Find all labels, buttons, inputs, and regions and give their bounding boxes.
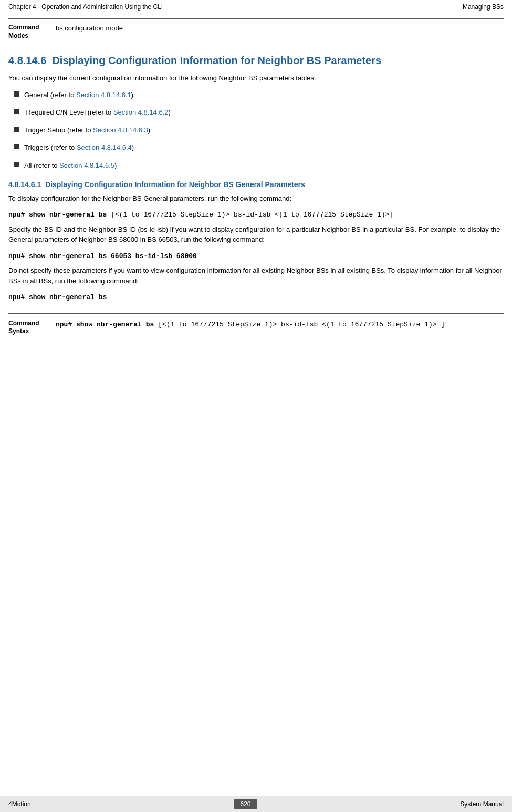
page-footer: 4Motion 620 System Manual — [0, 796, 512, 812]
command-1-rest: [<(1 to 16777215 StepSize 1)> bs-id-lsb … — [107, 211, 393, 219]
bullet-list: General (refer to Section 4.8.14.6.1) Re… — [14, 90, 504, 171]
list-item: Triggers (refer to Section 4.8.14.6.4) — [14, 142, 504, 153]
subsection-1-number: 4.8.14.6.1 — [8, 180, 41, 189]
main-section-title: 4.8.14.6 Displaying Configuration Inform… — [8, 55, 504, 67]
bullet-icon — [14, 91, 19, 97]
footer-right: System Manual — [460, 800, 504, 808]
page-header: Chapter 4 - Operation and Administration… — [0, 0, 512, 13]
command-modes-value: bs configuration mode — [56, 24, 123, 40]
subsection-1-title: 4.8.14.6.1 Displaying Configuration Info… — [8, 180, 504, 190]
command-syntax-block: CommandSyntax npu# show nbr-general bs [… — [8, 313, 504, 341]
list-item-text: All (refer to Section 4.8.14.6.5) — [24, 160, 117, 171]
command-3: npu# show nbr-general bs — [8, 292, 504, 303]
body-text-2: Specify the BS ID and the Neighbor BS ID… — [8, 224, 504, 245]
list-item: General (refer to Section 4.8.14.6.1) — [14, 90, 504, 100]
list-item-text: General (refer to Section 4.8.14.6.1) — [24, 90, 133, 100]
command-2: npu# show nbr-general bs 66053 bs-id-lsb… — [8, 251, 504, 262]
command-syntax-rest: [<(1 to 16777215 StepSize 1)> bs-id-lsb … — [154, 321, 445, 328]
link-4-8-14-6-3[interactable]: Section 4.8.14.6.3 — [93, 126, 148, 134]
command-modes-block: CommandModes bs configuration mode — [8, 18, 504, 44]
bullet-icon — [14, 109, 19, 114]
bullet-icon — [14, 127, 19, 132]
bullet-icon — [14, 144, 19, 149]
command-1-bold: npu# show nbr-general bs — [8, 211, 107, 219]
command-2-text: npu# show nbr-general bs 66053 bs-id-lsb… — [8, 252, 197, 260]
subsection-1-intro: To display configuration for the Neighbo… — [8, 193, 504, 204]
link-4-8-14-6-1[interactable]: Section 4.8.14.6.1 — [76, 91, 131, 99]
command-syntax-label: CommandSyntax — [8, 320, 56, 336]
footer-page-number: 620 — [234, 799, 257, 809]
list-item: All (refer to Section 4.8.14.6.5) — [14, 160, 504, 171]
list-item: Trigger Setup (refer to Section 4.8.14.6… — [14, 125, 504, 136]
list-item-text: Trigger Setup (refer to Section 4.8.14.6… — [24, 125, 150, 136]
command-modes-label: CommandModes — [8, 24, 56, 40]
main-section-title-text: Displaying Configuration Information for… — [52, 55, 381, 66]
subsection-1-title-text: Displaying Configuration Information for… — [45, 180, 305, 189]
list-item: Required C/N Level (refer to Section 4.8… — [14, 107, 504, 118]
bullet-icon — [14, 162, 19, 167]
intro-text: You can display the current configuratio… — [8, 73, 504, 84]
header-right: Managing BSs — [463, 3, 504, 11]
body-text-3: Do not specify these parameters if you w… — [8, 265, 504, 286]
command-3-text: npu# show nbr-general bs — [8, 293, 107, 301]
main-section-number: 4.8.14.6 — [8, 55, 46, 66]
command-syntax-bold: npu# show nbr-general bs — [56, 321, 154, 328]
command-syntax-value: npu# show nbr-general bs [<(1 to 1677721… — [56, 320, 445, 336]
link-4-8-14-6-4[interactable]: Section 4.8.14.6.4 — [77, 143, 132, 151]
list-item-text: Triggers (refer to Section 4.8.14.6.4) — [24, 142, 134, 153]
header-left: Chapter 4 - Operation and Administration… — [8, 3, 163, 11]
content-area: CommandModes bs configuration mode 4.8.1… — [0, 13, 512, 373]
link-4-8-14-6-5[interactable]: Section 4.8.14.6.5 — [59, 161, 114, 169]
link-4-8-14-6-2[interactable]: Section 4.8.14.6.2 — [113, 108, 169, 116]
list-item-text: Required C/N Level (refer to Section 4.8… — [24, 107, 171, 118]
command-1: npu# show nbr-general bs [<(1 to 1677721… — [8, 210, 504, 220]
footer-left: 4Motion — [8, 800, 31, 808]
